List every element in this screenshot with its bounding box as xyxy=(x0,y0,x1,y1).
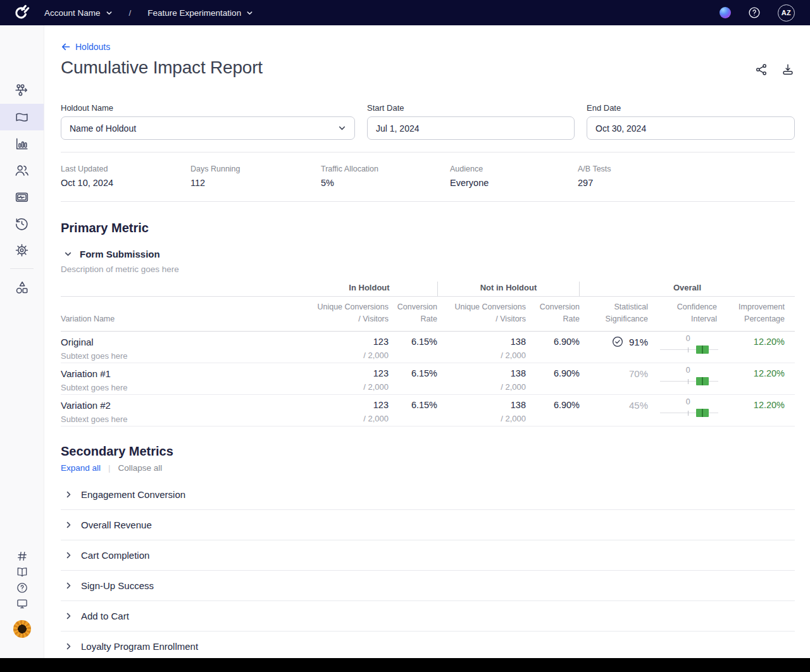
share-icon xyxy=(754,63,768,77)
sidebar-item-flows[interactable] xyxy=(0,77,44,104)
confidence-interval-chart: 0 xyxy=(660,368,718,391)
col-confidence-interval: ConfidenceInterval xyxy=(648,301,723,326)
chevron-down-icon xyxy=(246,9,253,16)
help-button[interactable] xyxy=(747,6,761,20)
download-button[interactable] xyxy=(781,63,795,77)
sidebar-item-monitoring[interactable] xyxy=(0,184,44,210)
table-row: Original Subtext goes here 123 / 2,000 6… xyxy=(61,332,795,363)
sidebar-item-settings[interactable] xyxy=(0,237,44,263)
secondary-metric-loyalty-program-enrollment[interactable]: Loyalty Program Enrollment xyxy=(61,632,795,658)
optimizely-logo-icon xyxy=(13,4,30,22)
secondary-metric-overall-revenue[interactable]: Overall Revenue xyxy=(61,510,795,540)
col-out-rate: ConversionRate xyxy=(526,301,580,326)
summary-ab-tests: A/B Tests 297 xyxy=(578,165,611,188)
holdout-name-label: Holdout Name xyxy=(61,103,355,113)
sidebar-divider xyxy=(10,268,34,269)
sidebar-item-desktop[interactable] xyxy=(0,595,44,611)
summary-days-running: Days Running 112 xyxy=(190,165,321,188)
sidebar-item-audiences[interactable] xyxy=(0,157,44,184)
cell-confidence-interval: 0 xyxy=(648,368,723,394)
user-avatar[interactable]: AZ xyxy=(778,4,795,22)
summary-label: Days Running xyxy=(190,165,321,173)
cell-out-rate: 6.90% xyxy=(526,368,580,394)
sidebar-item-help[interactable] xyxy=(0,580,44,595)
secondary-metric-cart-completion[interactable]: Cart Completion xyxy=(61,540,795,571)
avatar-initials: AZ xyxy=(782,9,791,16)
start-date-field: Start Date xyxy=(367,103,575,140)
sidebar-item-apps[interactable] xyxy=(0,274,44,301)
cell-out-conversions: 138 / 2,000 xyxy=(437,337,526,363)
summary-label: Last Updated xyxy=(61,165,190,173)
sidebar xyxy=(0,25,44,658)
summary-label: A/B Tests xyxy=(578,165,611,173)
cell-significance: 91% xyxy=(580,337,648,363)
account-switcher[interactable]: Account Name xyxy=(43,6,114,20)
sidebar-item-flags[interactable] xyxy=(0,104,44,130)
chevron-right-icon xyxy=(65,521,73,529)
confidence-interval-chart: 0 xyxy=(660,337,718,359)
summary-value: 112 xyxy=(190,178,321,188)
collapse-all-link[interactable]: Collapse all xyxy=(118,463,163,473)
monitor-pulse-icon xyxy=(14,189,30,205)
cell-in-rate: 6.15% xyxy=(389,368,437,394)
sidebar-spacer xyxy=(0,301,44,548)
cell-out-rate: 6.90% xyxy=(526,337,580,363)
sidebar-item-docs[interactable] xyxy=(0,564,44,580)
page-header: Cumulative Impact Report xyxy=(61,58,795,78)
cell-improvement: 12.20% xyxy=(723,400,795,426)
product-switcher[interactable]: Feature Experimentation xyxy=(146,6,254,20)
back-link[interactable]: Holdouts xyxy=(61,42,110,52)
bar-chart-icon xyxy=(14,136,30,152)
secondary-metrics-list: Engagement Conversion Overall Revenue Ca… xyxy=(61,480,795,658)
hash-icon xyxy=(16,550,28,563)
download-icon xyxy=(781,63,795,77)
sidebar-item-shortcuts[interactable] xyxy=(0,548,44,564)
optimizely-logo[interactable] xyxy=(0,0,43,25)
cell-confidence-interval: 0 xyxy=(648,400,723,426)
desktop-icon xyxy=(16,597,28,610)
chevron-down-icon xyxy=(338,124,346,132)
sidebar-item-reports[interactable] xyxy=(0,130,44,157)
metric-collapse-toggle[interactable]: Form Submission xyxy=(61,249,795,259)
end-date-input[interactable] xyxy=(587,116,795,140)
expand-all-link[interactable]: Expand all xyxy=(61,463,101,473)
check-circle-icon xyxy=(612,336,623,347)
share-button[interactable] xyxy=(754,63,768,77)
holdout-name-value: Name of Holdout xyxy=(70,123,136,134)
cell-in-rate: 6.15% xyxy=(389,400,437,426)
breadcrumb: Account Name / Feature Experimentation xyxy=(43,6,254,20)
col-out-conversions: Unique Conversions/ Visitors xyxy=(437,301,526,326)
summary-value: Oct 10, 2024 xyxy=(61,178,190,188)
end-date-label: End Date xyxy=(587,103,795,113)
summary-label: Traffic Allocation xyxy=(321,165,450,173)
group-header-overall: Overall xyxy=(580,282,795,296)
chevron-right-icon xyxy=(65,612,73,620)
secondary-metric-engagement-conversion[interactable]: Engagement Conversion xyxy=(61,480,795,510)
shapes-icon xyxy=(14,280,30,296)
holdout-name-select[interactable]: Name of Holdout xyxy=(61,116,355,140)
ci-bar xyxy=(696,345,709,354)
cell-improvement: 12.20% xyxy=(723,368,795,394)
secondary-metric-add-to-cart[interactable]: Add to Cart xyxy=(61,601,795,632)
cell-out-conversions: 138 / 2,000 xyxy=(437,400,526,426)
cell-in-conversions: 123 / 2,000 xyxy=(301,400,389,426)
ai-assistant-orb-icon[interactable] xyxy=(720,7,731,18)
cell-confidence-interval: 0 xyxy=(648,337,723,363)
sidebar-item-history[interactable] xyxy=(0,210,44,237)
col-improvement: ImprovementPercentage xyxy=(723,301,795,326)
start-date-input[interactable] xyxy=(367,116,575,140)
ci-bar xyxy=(696,409,709,417)
topbar-actions: AZ xyxy=(720,4,810,22)
cell-in-conversions: 123 / 2,000 xyxy=(301,368,389,394)
secondary-metrics-controls: Expand all | Collapse all xyxy=(61,463,795,473)
ci-bar xyxy=(696,377,709,385)
user-profile-avatar[interactable] xyxy=(13,620,31,638)
breadcrumb-separator: / xyxy=(129,8,132,18)
chevron-down-icon xyxy=(106,9,113,16)
arrow-left-icon xyxy=(61,42,71,52)
secondary-metric-sign-up-success[interactable]: Sign-Up Success xyxy=(61,571,795,601)
cell-in-rate: 6.15% xyxy=(389,337,437,363)
holdout-summary: Last Updated Oct 10, 2024 Days Running 1… xyxy=(61,152,795,202)
summary-value: 297 xyxy=(578,178,611,188)
summary-traffic-allocation: Traffic Allocation 5% xyxy=(321,165,450,188)
